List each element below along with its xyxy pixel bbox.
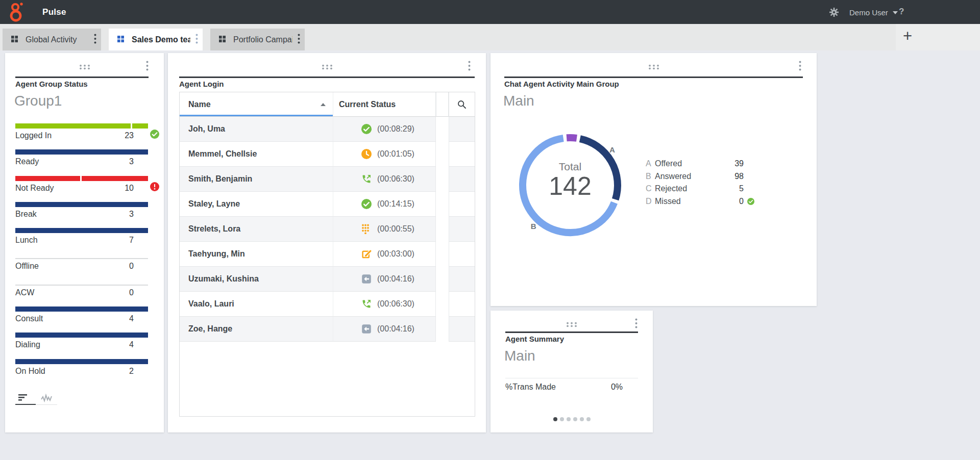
ring-label-b: B	[531, 222, 536, 231]
status-value: 0	[129, 262, 134, 271]
search-cell	[449, 217, 475, 242]
agent-row[interactable]: Staley, Layne(00:14:15)	[180, 192, 475, 217]
agent-row[interactable]: Smith, Benjamin(00:06:30)	[180, 167, 475, 192]
widget-menu-kebab-icon[interactable]	[635, 318, 638, 330]
status-row-on-hold: On Hold2	[15, 359, 160, 385]
widget-object-name: Main	[504, 348, 535, 364]
app-title: Pulse	[42, 7, 66, 17]
tab-menu-kebab-icon[interactable]	[195, 34, 198, 46]
top-bar: Pulse Demo User ?	[0, 0, 980, 24]
agent-row[interactable]: Joh, Uma(00:08:29)	[180, 117, 475, 142]
legend-label: Rejected	[655, 184, 739, 193]
drag-handle-icon[interactable]	[79, 63, 91, 72]
column-header-current-status[interactable]: Current Status	[333, 92, 436, 117]
donut-segment-rejected	[567, 138, 577, 138]
tab-sales-demo-team[interactable]: Sales Demo team	[109, 29, 203, 50]
status-duration: (00:08:29)	[377, 124, 414, 134]
widget-menu-kebab-icon[interactable]	[468, 61, 471, 73]
widget-top-rule	[179, 76, 475, 78]
gutter-cell	[436, 117, 449, 142]
legend-key: C	[646, 184, 655, 193]
agent-row[interactable]: Strelets, Lora(00:00:55)	[180, 217, 475, 242]
page-dot-2[interactable]	[560, 417, 564, 421]
metric-label: %Trans Made	[505, 382, 611, 392]
page-dot-6[interactable]	[586, 417, 591, 421]
tab-menu-kebab-icon[interactable]	[298, 34, 300, 46]
donut-center-value: 142	[519, 172, 621, 200]
status-value: 10	[125, 184, 134, 193]
status-duration: (00:04:16)	[377, 274, 414, 284]
status-value: 2	[129, 367, 134, 376]
agent-status-cell: (00:06:30)	[333, 292, 436, 317]
check-circle-icon	[150, 130, 159, 139]
agent-name-cell: Staley, Layne	[180, 192, 333, 217]
gutter-cell	[436, 267, 449, 292]
agent-row[interactable]: Taehyung, Min(00:03:00)	[180, 242, 475, 267]
settings-gear-icon[interactable]	[829, 7, 839, 17]
dialpad-icon	[361, 224, 372, 234]
agent-name-cell: Smith, Benjamin	[180, 167, 333, 192]
page-dot-5[interactable]	[580, 417, 584, 421]
agent-status-cell: (00:14:15)	[333, 192, 436, 217]
add-tab-button[interactable]: +	[903, 27, 912, 46]
agent-row[interactable]: Zoe, Hange(00:04:16)	[180, 317, 475, 342]
status-label: Break	[15, 210, 37, 219]
page-dot-4[interactable]	[573, 417, 577, 421]
add-tab-region: +	[896, 24, 980, 50]
widget-menu-kebab-icon[interactable]	[146, 61, 149, 73]
donut-center-label: Total	[519, 161, 621, 173]
drag-handle-icon[interactable]	[321, 63, 333, 72]
sparkline-icon[interactable]	[41, 393, 53, 402]
status-row-consult: Consult4	[15, 306, 160, 333]
tab-label: Global Activity	[26, 35, 89, 44]
phone-outbound-icon	[361, 174, 372, 184]
status-row-not-ready: Not Ready10	[15, 176, 160, 202]
gutter-cell	[436, 192, 449, 217]
status-bar	[15, 176, 148, 181]
agent-name-cell: Uzumaki, Kushina	[180, 267, 333, 292]
legend-value: 0	[739, 197, 744, 206]
bar-list-icon[interactable]	[18, 393, 31, 402]
agent-row[interactable]: Vaalo, Lauri(00:06:30)	[180, 292, 475, 317]
tab-portfolio-campaign[interactable]: Portfolio Campaign	[210, 29, 305, 50]
status-value: 23	[125, 131, 134, 140]
status-label: Dialing	[15, 340, 40, 349]
status-row-ready: Ready3	[15, 149, 160, 175]
status-duration: (00:01:05)	[377, 149, 414, 159]
status-row-dialing: Dialing4	[15, 333, 160, 359]
search-cell	[449, 117, 475, 142]
gutter-cell	[436, 317, 449, 342]
agent-row[interactable]: Uzumaki, Kushina(00:04:16)	[180, 267, 475, 292]
legend-row-missed: DMissed0	[646, 195, 744, 208]
status-duration: (00:06:30)	[377, 299, 414, 309]
user-menu[interactable]: Demo User	[849, 7, 898, 18]
compose-icon	[361, 249, 372, 259]
widget-agent-summary: Agent Summary Main %Trans Made 0%	[491, 311, 653, 432]
legend-label: Missed	[655, 197, 739, 206]
agent-row[interactable]: Memmel, Chellsie(00:01:05)	[180, 142, 475, 167]
page-dot-1[interactable]	[553, 417, 557, 421]
chevron-down-icon	[893, 11, 898, 14]
drag-handle-icon[interactable]	[566, 320, 578, 329]
bar-segment-divider	[80, 176, 82, 181]
tab-global-activity[interactable]: Global Activity	[3, 29, 101, 50]
search-cell	[449, 142, 475, 167]
status-label: Ready	[15, 157, 39, 166]
gutter-cell	[436, 142, 449, 167]
status-row-break: Break3	[15, 202, 160, 228]
page-dot-3[interactable]	[567, 417, 571, 421]
check-circle-icon	[361, 124, 372, 134]
column-header-name[interactable]: Name	[180, 92, 333, 117]
help-button[interactable]: ?	[899, 7, 904, 17]
status-row-offline: Offline0	[15, 254, 160, 280]
tab-menu-kebab-icon[interactable]	[94, 34, 96, 46]
tab-label: Portfolio Campaign	[233, 35, 292, 44]
dashboard-grid-icon	[219, 35, 226, 44]
search-column-header[interactable]	[449, 92, 475, 117]
table-header-row: Name Current Status	[180, 92, 475, 117]
status-value: 4	[129, 314, 134, 323]
legend-value: 98	[734, 172, 744, 181]
column-header-label: Current Status	[339, 100, 396, 109]
status-bar	[15, 359, 148, 364]
status-label: On Hold	[15, 367, 45, 376]
